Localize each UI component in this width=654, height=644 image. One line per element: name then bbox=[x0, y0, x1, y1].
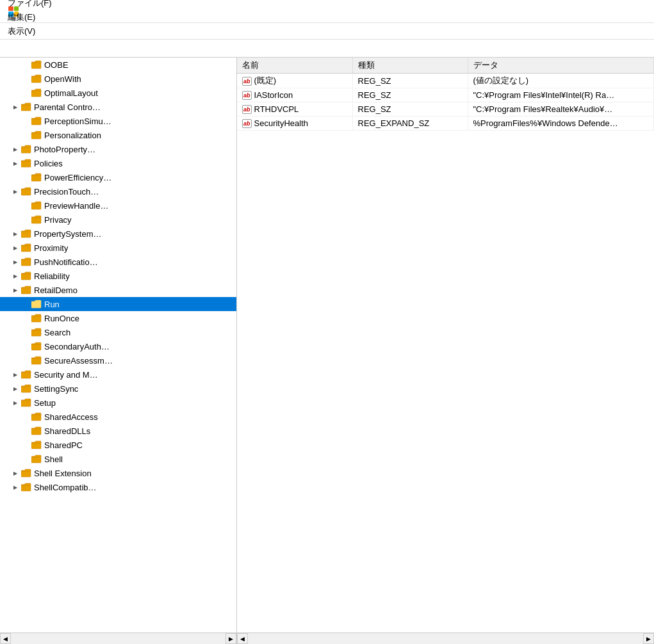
tree-item[interactable]: OOBE bbox=[0, 58, 236, 72]
tree-item[interactable]: PowerEfficiency… bbox=[0, 170, 236, 184]
table-cell-name: abSecurityHealth bbox=[237, 117, 352, 131]
tree-item-label: Privacy bbox=[44, 215, 72, 225]
tree-item[interactable]: ▶ Policies bbox=[0, 156, 236, 170]
tree-expand-icon[interactable]: ▶ bbox=[10, 100, 20, 114]
address-bar bbox=[0, 40, 654, 58]
tree-item[interactable]: ▶ PushNotificatio… bbox=[0, 255, 236, 269]
scroll-right-arrow-right[interactable]: ▶ bbox=[643, 633, 654, 644]
tree-item[interactable]: ▶ Setup bbox=[0, 396, 236, 410]
table-column-header[interactable]: 名前 bbox=[237, 58, 352, 74]
table-row[interactable]: abIAStorIconREG_SZ"C:¥Program Files¥Inte… bbox=[237, 88, 654, 102]
tree-expand-icon bbox=[20, 198, 31, 213]
tree-item[interactable]: ▶ PrecisionTouch… bbox=[0, 184, 236, 198]
tree-item[interactable]: Personalization bbox=[0, 128, 236, 142]
tree-scroll[interactable]: OOBE OpenWith OptimalLayout▶ Parental Co… bbox=[0, 58, 236, 632]
tree-expand-icon[interactable]: ▶ bbox=[10, 466, 20, 480]
svg-rect-0 bbox=[31, 62, 41, 68]
svg-rect-26 bbox=[31, 428, 41, 435]
tree-item[interactable]: OptimalLayout bbox=[0, 86, 236, 100]
table-cell-type: REG_EXPAND_SZ bbox=[352, 117, 468, 131]
close-button[interactable] bbox=[617, 2, 646, 21]
table-column-header[interactable]: データ bbox=[468, 58, 654, 74]
tree-expand-icon[interactable]: ▶ bbox=[10, 269, 20, 283]
tree-expand-icon[interactable]: ▶ bbox=[10, 255, 20, 269]
tree-item-label: Run bbox=[44, 300, 60, 309]
maximize-button[interactable] bbox=[587, 2, 617, 21]
tree-item[interactable]: SharedAccess bbox=[0, 410, 236, 424]
tree-item[interactable]: Shell bbox=[0, 452, 236, 466]
tree-item[interactable]: ▶ SettingSync bbox=[0, 382, 236, 396]
tree-item[interactable]: ▶ PropertySystem… bbox=[0, 227, 236, 241]
menu-item[interactable]: 表示(V) bbox=[3, 24, 65, 38]
tree-item[interactable]: ▶ Parental Contro… bbox=[0, 100, 236, 114]
right-scroll-track[interactable] bbox=[248, 635, 643, 643]
tree-item[interactable]: ▶ ShellCompatib… bbox=[0, 480, 236, 494]
tree-expand-icon bbox=[20, 114, 31, 128]
tree-item[interactable]: Search bbox=[0, 325, 236, 339]
tree-expand-icon bbox=[20, 424, 31, 438]
tree-item-label: Setup bbox=[34, 398, 56, 408]
tree-item[interactable]: SharedDLLs bbox=[0, 424, 236, 438]
tree-item[interactable]: SharedPC bbox=[0, 438, 236, 452]
svg-rect-15 bbox=[21, 273, 31, 280]
tree-item-label: SecondaryAuth… bbox=[44, 342, 110, 351]
tree-item[interactable]: ▶ Reliability bbox=[0, 269, 236, 283]
tree-item[interactable]: ▶ Proximity bbox=[0, 241, 236, 255]
svg-rect-29 bbox=[21, 471, 31, 477]
tree-expand-icon[interactable]: ▶ bbox=[10, 142, 20, 156]
table-column-header[interactable]: 種類 bbox=[352, 58, 468, 74]
tree-expand-icon[interactable]: ▶ bbox=[10, 480, 20, 494]
table-cell-type: REG_SZ bbox=[352, 74, 468, 88]
tree-item[interactable]: PerceptionSimu… bbox=[0, 114, 236, 128]
menu-item[interactable]: 編集(E) bbox=[3, 10, 65, 24]
table-row[interactable]: abRTHDVCPLREG_SZ"C:¥Program Files¥Realte… bbox=[237, 102, 654, 117]
tree-item-label: SettingSync bbox=[34, 384, 78, 394]
reg-value-icon: ab bbox=[242, 91, 252, 100]
tree-item[interactable]: Run bbox=[0, 297, 236, 311]
menu-item[interactable]: ファイル(F) bbox=[3, 0, 65, 10]
tree-expand-icon[interactable]: ▶ bbox=[10, 283, 20, 297]
folder-icon bbox=[31, 298, 42, 310]
svg-rect-28 bbox=[31, 456, 41, 463]
tree-item-label: PushNotificatio… bbox=[34, 257, 98, 267]
tree-hscroll[interactable]: ◀ ▶ bbox=[0, 633, 237, 644]
tree-item[interactable]: SecondaryAuth… bbox=[0, 339, 236, 353]
svg-rect-27 bbox=[31, 442, 41, 449]
tree-item[interactable]: Privacy bbox=[0, 213, 236, 227]
minimize-button[interactable] bbox=[558, 2, 587, 21]
tree-expand-icon[interactable]: ▶ bbox=[10, 156, 20, 170]
tree-scroll-track[interactable] bbox=[11, 635, 225, 643]
tree-expand-icon[interactable]: ▶ bbox=[10, 241, 20, 255]
tree-item[interactable]: ▶ PhotoProperty… bbox=[0, 142, 236, 156]
tree-expand-icon[interactable]: ▶ bbox=[10, 382, 20, 396]
tree-expand-icon[interactable]: ▶ bbox=[10, 184, 20, 198]
tree-item[interactable]: PreviewHandle… bbox=[0, 198, 236, 213]
tree-item[interactable]: SecureAssessm… bbox=[0, 353, 236, 367]
svg-rect-21 bbox=[31, 358, 41, 364]
table-cell-name: ab(既定) bbox=[237, 74, 352, 88]
scroll-left-arrow[interactable]: ◀ bbox=[0, 633, 11, 644]
table-row[interactable]: ab(既定)REG_SZ(値の設定なし) bbox=[237, 74, 654, 88]
tree-item[interactable]: ▶ Security and M… bbox=[0, 367, 236, 382]
menu-bar: ファイル(F)編集(E)表示(V)お気に入り(A)ヘルプ(H) bbox=[0, 23, 654, 40]
tree-expand-icon[interactable]: ▶ bbox=[10, 396, 20, 410]
svg-rect-1 bbox=[31, 76, 41, 83]
tree-item[interactable]: ▶ RetailDemo bbox=[0, 283, 236, 297]
folder-icon bbox=[20, 143, 32, 155]
tree-expand-icon bbox=[20, 58, 31, 72]
folder-icon bbox=[20, 228, 32, 239]
tree-expand-icon bbox=[20, 438, 31, 452]
tree-item-label: Shell bbox=[44, 455, 63, 464]
tree-expand-icon[interactable]: ▶ bbox=[10, 227, 20, 241]
tree-expand-icon[interactable]: ▶ bbox=[10, 367, 20, 382]
scroll-right-arrow[interactable]: ▶ bbox=[225, 633, 236, 644]
folder-icon bbox=[20, 369, 32, 380]
tree-item[interactable]: OpenWith bbox=[0, 72, 236, 86]
scroll-left-arrow-right[interactable]: ◀ bbox=[237, 633, 248, 644]
tree-item[interactable]: ▶ Shell Extension bbox=[0, 466, 236, 480]
tree-item[interactable]: RunOnce bbox=[0, 311, 236, 325]
table-row[interactable]: abSecurityHealthREG_EXPAND_SZ%ProgramFil… bbox=[237, 117, 654, 131]
tree-expand-icon bbox=[20, 297, 31, 311]
table-cell-data: (値の設定なし) bbox=[468, 74, 654, 88]
right-hscroll[interactable]: ◀ ▶ bbox=[237, 633, 654, 644]
